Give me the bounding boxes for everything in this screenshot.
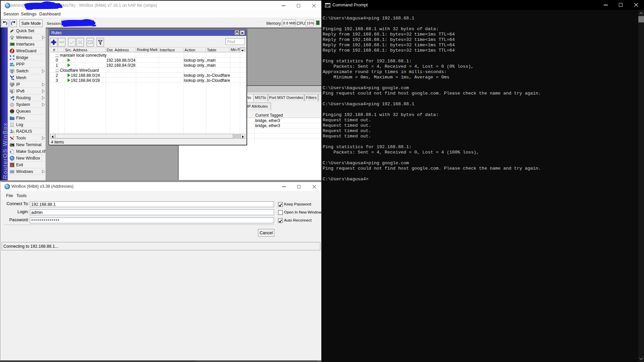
svg-text:C:\: C:\	[326, 5, 330, 7]
svg-text:255: 255	[10, 83, 14, 85]
svg-text:v6: v6	[10, 90, 13, 92]
